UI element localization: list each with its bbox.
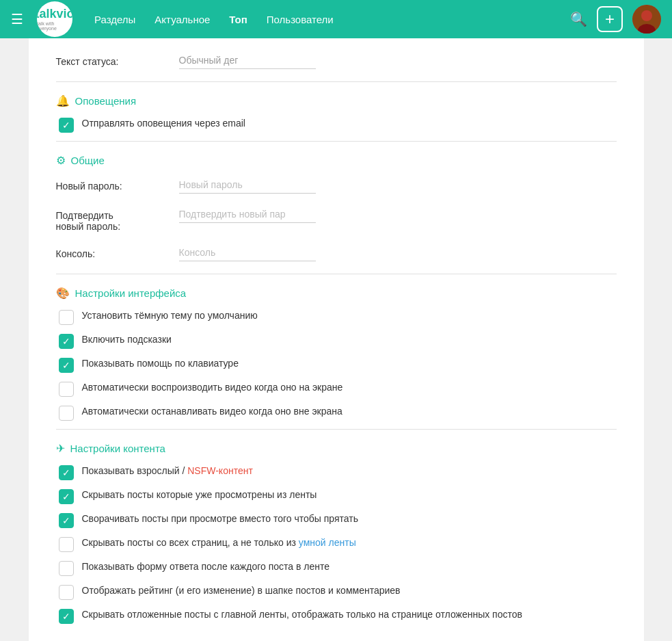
check-icon: ✓ (62, 120, 70, 130)
checkbox-collapse-posts-box[interactable]: ✓ (59, 513, 74, 528)
checkbox-hide-viewed: ✓ Скрывать посты которые уже просмотрены… (56, 488, 617, 504)
checkbox-hide-viewed-label: Скрывать посты которые уже просмотрены и… (82, 488, 317, 502)
interface-section-header: 🎨 Настройки интерфейса (56, 287, 617, 300)
checkbox-autostop-video: Автоматически останавливать видео когда … (56, 405, 617, 421)
main-content: Текст статуса: 🔔 Оповещения ✓ Отправлять… (29, 38, 644, 641)
checkbox-email-box[interactable]: ✓ (59, 118, 74, 133)
console-row: Консоль: (56, 244, 617, 261)
new-password-label: Новый пароль: (56, 176, 179, 192)
checkbox-autoplay-video-label: Автоматически воспроизводить видео когда… (82, 381, 343, 395)
checkbox-email-notifications: ✓ Отправлять оповещения через email (56, 117, 617, 133)
checkbox-keyboard-help-label: Показывать помощь по клавиатуре (82, 357, 239, 371)
checkbox-hints-label: Включить подсказки (82, 333, 172, 347)
checkbox-rating-label: Отображать рейтинг (и его изменение) в ш… (82, 584, 401, 598)
checkbox-nsfw-label: Показывать взрослый / NSFW-контент (82, 465, 253, 478)
checkbox-email-label: Отправлять оповещения через email (82, 117, 245, 131)
checkbox-autoplay-video-box[interactable] (59, 382, 74, 397)
checkbox-hints: ✓ Включить подсказки (56, 333, 617, 349)
confirm-password-label: Подтвердитьновый пароль: (56, 206, 179, 232)
svg-point-1 (641, 10, 652, 21)
logo[interactable]: talkvio talk with everyone (37, 1, 72, 37)
content-title: Настройки контента (70, 443, 165, 454)
nav-polzovateli[interactable]: Пользователи (267, 14, 334, 25)
new-password-row: Новый пароль: (56, 176, 617, 194)
header: ☰ talkvio talk with everyone Разделы Акт… (0, 0, 672, 38)
status-input[interactable] (179, 52, 316, 69)
checkbox-hide-all-pages-box[interactable] (59, 537, 74, 552)
notifications-title: Оповещения (75, 95, 137, 107)
checkbox-reply-form-label: Показывать форму ответа после каждого по… (82, 560, 330, 574)
checkbox-rating-box[interactable] (59, 585, 74, 600)
checkbox-rating: Отображать рейтинг (и его изменение) в ш… (56, 584, 617, 600)
logo-text: talkvio (37, 8, 72, 20)
checkbox-hide-deferred-box[interactable]: ✓ (59, 609, 74, 624)
checkbox-autostop-video-box[interactable] (59, 406, 74, 421)
nav-top[interactable]: Топ (229, 14, 247, 25)
check-icon: ✓ (62, 468, 70, 478)
nav-aktualnoe[interactable]: Актуальное (154, 14, 210, 25)
checkbox-reply-form: Показывать форму ответа после каждого по… (56, 560, 617, 576)
sep-general (56, 141, 617, 142)
confirm-password-row: Подтвердитьновый пароль: (56, 206, 617, 232)
checkbox-hide-viewed-box[interactable]: ✓ (59, 489, 74, 504)
check-icon: ✓ (62, 612, 70, 621)
interface-title: Настройки интерфейса (75, 287, 187, 299)
console-label: Консоль: (56, 244, 179, 259)
content-icon: ✈ (56, 442, 65, 455)
general-icon: ⚙ (56, 154, 66, 167)
content-section-header: ✈ Настройки контента (56, 442, 617, 455)
checkbox-hide-all-pages-label: Скрывать посты со всех страниц, а не тол… (82, 536, 356, 550)
check-icon: ✓ (62, 516, 70, 525)
notifications-section-header: 🔔 Оповещения (56, 94, 617, 107)
nav-razdelы[interactable]: Разделы (94, 14, 135, 25)
sep-notifications (56, 81, 617, 82)
sep-interface (56, 274, 617, 274)
header-right: 🔍 + (570, 5, 661, 34)
checkbox-dark-theme: Установить тёмную тему по умолчанию (56, 309, 617, 325)
general-title: Общие (71, 155, 105, 166)
avatar[interactable] (632, 5, 661, 34)
status-label: Текст статуса: (56, 52, 179, 67)
checkbox-hide-deferred: ✓ Скрывать отложенные посты с главной ле… (56, 608, 617, 624)
interface-icon: 🎨 (56, 287, 70, 300)
notifications-icon: 🔔 (56, 94, 70, 107)
menu-icon[interactable]: ☰ (11, 12, 23, 26)
add-button[interactable]: + (597, 6, 623, 32)
checkbox-collapse-posts: ✓ Сворачивать посты при просмотре вместо… (56, 512, 617, 528)
check-icon: ✓ (62, 337, 70, 346)
checkbox-dark-theme-label: Установить тёмную тему по умолчанию (82, 309, 258, 323)
check-icon: ✓ (62, 361, 70, 370)
status-row: Текст статуса: (56, 52, 617, 69)
check-icon: ✓ (62, 492, 70, 501)
search-button[interactable]: 🔍 (570, 11, 587, 27)
checkbox-collapse-posts-label: Сворачивать посты при просмотре вместо т… (82, 512, 359, 526)
checkbox-autoplay-video: Автоматически воспроизводить видео когда… (56, 381, 617, 397)
confirm-password-input[interactable] (179, 206, 316, 223)
checkbox-hints-box[interactable]: ✓ (59, 334, 74, 349)
checkbox-nsfw-box[interactable]: ✓ (59, 465, 74, 480)
checkbox-hide-all-pages: Скрывать посты со всех страниц, а не тол… (56, 536, 617, 552)
checkbox-dark-theme-box[interactable] (59, 310, 74, 325)
console-input[interactable] (179, 244, 316, 261)
checkbox-reply-form-box[interactable] (59, 561, 74, 576)
sep-content (56, 429, 617, 430)
general-section-header: ⚙ Общие (56, 154, 617, 167)
checkbox-hide-deferred-label: Скрывать отложенные посты с главной лент… (82, 608, 522, 622)
checkbox-keyboard-help: ✓ Показывать помощь по клавиатуре (56, 357, 617, 373)
checkbox-nsfw: ✓ Показывать взрослый / NSFW-контент (56, 465, 617, 480)
checkbox-keyboard-help-box[interactable]: ✓ (59, 358, 74, 373)
logo-sub: talk with everyone (37, 21, 72, 31)
new-password-input[interactable] (179, 176, 316, 194)
main-nav: Разделы Актуальное Топ Пользователи (94, 14, 334, 25)
checkbox-autostop-video-label: Автоматически останавливать видео когда … (82, 405, 342, 419)
